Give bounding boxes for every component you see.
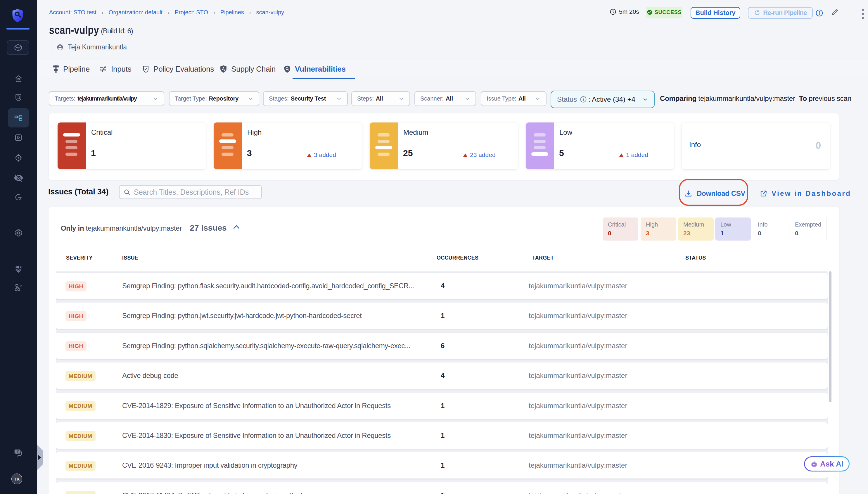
svg-text:?: ? [16, 449, 19, 453]
